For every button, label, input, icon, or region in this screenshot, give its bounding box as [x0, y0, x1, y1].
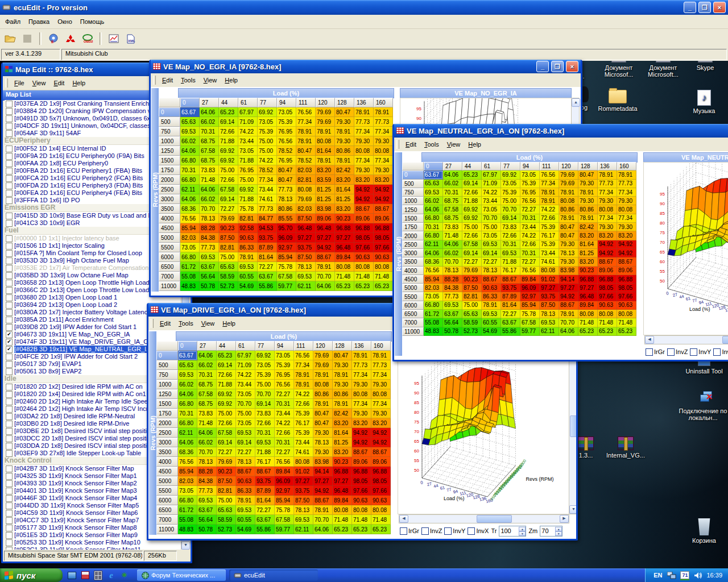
column-header[interactable]: 120 [313, 341, 333, 351]
row-header[interactable]: 1000 [159, 136, 180, 146]
table-cell[interactable]: 77.34 [598, 214, 617, 223]
table-cell[interactable]: 69.53 [424, 188, 443, 197]
table-cell[interactable]: 82.81 [296, 175, 316, 185]
checkbox[interactable] [6, 435, 13, 442]
table-cell[interactable]: 78.91 [617, 171, 636, 179]
plot-option-invz[interactable]: InvZ [421, 527, 442, 535]
table-cell[interactable]: 68.75 [197, 380, 217, 389]
table-cell[interactable]: 79.30 [559, 240, 578, 249]
row-header[interactable]: 1250 [159, 146, 180, 156]
internet-explorer-icon[interactable]: e [106, 571, 116, 580]
table-cell[interactable]: 75.39 [294, 409, 313, 418]
table-cell[interactable]: 76.56 [294, 351, 313, 360]
table-cell[interactable]: 77.34 [354, 127, 374, 136]
table-cell[interactable]: 66.80 [424, 231, 443, 240]
row-header[interactable]: 1000 [156, 380, 178, 389]
row-header[interactable]: 1000 [402, 197, 424, 205]
checkbox[interactable] [6, 354, 13, 360]
table-cell[interactable]: 59.77 [277, 281, 296, 291]
table-cell[interactable]: 80.47 [277, 165, 296, 175]
table-cell[interactable]: 71.48 [371, 515, 391, 525]
table-cell[interactable]: 98.05 [598, 284, 617, 292]
table-cell[interactable]: 69.14 [219, 194, 238, 204]
checkbox[interactable] [6, 220, 13, 227]
table-cell[interactable]: 84.77 [258, 214, 277, 223]
checkbox[interactable] [6, 443, 13, 450]
table-cell[interactable]: 75.39 [277, 117, 296, 127]
table-cell[interactable]: 88.67 [316, 252, 335, 262]
table-cell[interactable]: 88.67 [559, 301, 578, 310]
table-cell[interactable]: 83.20 [354, 175, 374, 185]
obd2-icon[interactable]: OBD2 [81, 32, 94, 45]
table-cell[interactable]: 80.86 [333, 389, 352, 399]
table-cell[interactable]: 78.91 [333, 399, 352, 409]
table-cell[interactable]: 75.00 [238, 175, 258, 185]
table-cell[interactable]: 94.92 [598, 240, 617, 249]
table-cell[interactable]: 77.34 [354, 156, 374, 165]
table-cell[interactable]: 94.92 [354, 194, 374, 204]
table-cell[interactable]: 65.63 [180, 117, 200, 127]
table-cell[interactable]: 79.30 [335, 136, 354, 146]
column-header[interactable]: 120 [316, 98, 335, 107]
checkbox[interactable] [6, 495, 13, 502]
table-cell[interactable]: 73.05 [482, 205, 501, 214]
table-cell[interactable]: 77.73 [371, 360, 391, 370]
table-cell[interactable]: 80.08 [374, 146, 393, 156]
table-cell[interactable]: 88.67 [236, 467, 255, 476]
row-header[interactable]: 0 [156, 351, 178, 360]
row-header[interactable]: 0 [402, 171, 424, 179]
table-cell[interactable]: 80.08 [371, 505, 391, 515]
table-cell[interactable]: 69.92 [238, 185, 258, 194]
table-cell[interactable]: 71.48 [374, 272, 393, 281]
table-cell[interactable]: 78.91 [313, 399, 333, 409]
checkbox[interactable] [6, 391, 13, 398]
desktop-icon-music[interactable]: ♪ Музыка [677, 90, 728, 114]
row-header[interactable]: 11000 [402, 327, 424, 336]
table-cell[interactable]: 73.05 [258, 117, 277, 127]
table-cell[interactable]: 64.06 [424, 205, 443, 214]
table-cell[interactable]: 70.70 [200, 204, 219, 214]
menu-edit[interactable]: Edit [402, 139, 420, 149]
checkbox[interactable] [646, 348, 653, 356]
column-header[interactable]: 61 [236, 341, 255, 351]
table-cell[interactable]: 69.14 [255, 399, 275, 409]
table-cell[interactable]: 76.17 [501, 267, 520, 275]
table-cell[interactable]: 79.69 [296, 194, 316, 204]
table-cell[interactable]: 80.08 [316, 136, 335, 146]
table-cell[interactable]: 80.86 [578, 205, 598, 214]
plot-horizontal-scrollbar[interactable]: ◀ ▶ [399, 514, 569, 523]
minimize-button[interactable]: _ [536, 61, 549, 72]
table-cell[interactable]: 71.88 [255, 447, 275, 457]
row-header[interactable]: 1500 [159, 156, 180, 165]
table-cell[interactable]: 96.88 [354, 223, 374, 233]
table-cell[interactable]: 72.27 [520, 205, 540, 214]
checkbox[interactable] [6, 250, 13, 257]
table-cell[interactable]: 80.08 [371, 389, 391, 399]
checkbox[interactable] [6, 280, 13, 286]
table-cell[interactable]: 65.63 [217, 505, 236, 515]
save-disabled-icon[interactable] [20, 32, 34, 45]
table-cell[interactable]: 48.83 [180, 281, 200, 291]
table-cell[interactable]: 79.30 [617, 197, 636, 205]
table-cell[interactable]: 55.86 [258, 281, 277, 291]
table-cell[interactable]: 86.33 [482, 292, 501, 301]
table-cell[interactable]: 93.75 [540, 292, 559, 301]
table-cell[interactable]: 75.00 [219, 252, 238, 262]
table-cell[interactable]: 80.47 [313, 418, 333, 428]
checkbox[interactable] [6, 190, 13, 197]
table-cell[interactable]: 79.69 [559, 171, 578, 179]
checkbox[interactable] [6, 272, 13, 279]
table-cell[interactable]: 94.92 [371, 428, 391, 438]
row-header[interactable]: 750 [159, 127, 180, 136]
table-cell[interactable]: 94.53 [258, 223, 277, 233]
table-cell[interactable]: 73.83 [501, 223, 520, 231]
table-cell[interactable]: 73.83 [200, 165, 219, 175]
row-header[interactable]: 1250 [156, 389, 178, 399]
table-cell[interactable]: 75.00 [462, 301, 482, 310]
table-cell[interactable]: 70.31 [178, 409, 197, 418]
desktop-icon-rommetadata[interactable]: Rommetadata [590, 90, 645, 112]
table-cell[interactable]: 79.30 [578, 180, 598, 188]
table-cell[interactable]: 80.08 [354, 146, 374, 156]
table-cell[interactable]: 95.70 [277, 223, 296, 233]
table-cell[interactable]: 74.22 [520, 231, 540, 240]
